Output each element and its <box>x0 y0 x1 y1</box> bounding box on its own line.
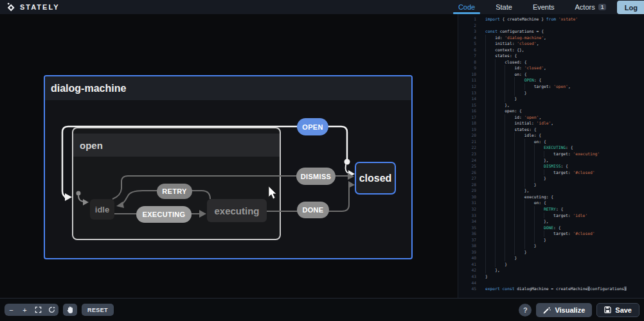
code-line[interactable]: 32RETRY: { <box>458 206 644 213</box>
code-line[interactable]: 41} <box>458 261 644 268</box>
code-line[interactable]: 21on: { <box>458 139 644 145</box>
zoom-in-button[interactable]: + <box>18 304 31 316</box>
code-line[interactable]: 8closed: { <box>458 59 644 65</box>
code-line[interactable]: 38} <box>458 243 644 249</box>
code-line[interactable]: 25DISMISS: { <box>458 163 644 169</box>
code-line[interactable]: 16open: { <box>458 108 644 114</box>
code-line[interactable]: 34}, <box>458 218 644 225</box>
canvas-controls: − + RESET <box>4 304 114 316</box>
help-button[interactable]: ? <box>519 304 532 317</box>
state-node-closed[interactable]: closed <box>355 162 396 195</box>
code-line[interactable]: 12target: 'open', <box>458 83 644 90</box>
code-line[interactable]: 20idle: { <box>458 132 644 139</box>
code-editor-panel[interactable]: 1import { createMachine } from 'xstate'2… <box>458 14 644 321</box>
code-line[interactable]: 45export const dialogMachine = createMac… <box>458 286 644 292</box>
code-line[interactable]: 10on: { <box>458 71 644 78</box>
save-button[interactable]: Save <box>596 303 640 317</box>
tab-events-label: Events <box>533 3 555 11</box>
code-line[interactable]: 22EXECUTING: { <box>458 144 644 151</box>
line-number: 44 <box>458 280 476 286</box>
line-number: 11 <box>458 77 476 83</box>
line-number: 42 <box>458 267 476 273</box>
brand-name: STATELY <box>20 3 59 11</box>
code-line[interactable]: 30executing: { <box>458 194 644 200</box>
code-text: states: { <box>485 53 517 59</box>
reset-button[interactable]: RESET <box>82 304 114 316</box>
code-line[interactable]: 19states: { <box>458 126 644 133</box>
code-text: context: {}, <box>485 47 524 53</box>
reset-zoom-icon <box>48 306 55 313</box>
code-line[interactable]: 39} <box>458 249 644 256</box>
diagram-canvas[interactable]: dialog-machine open idle executing close… <box>0 14 458 321</box>
bottom-toolbar: − + RESET <box>0 298 644 321</box>
login-button[interactable]: Log <box>617 1 644 14</box>
code-line[interactable]: 27} <box>458 175 644 182</box>
event-pill-dismiss[interactable]: DISMISS <box>296 168 335 185</box>
line-number: 22 <box>458 144 476 151</box>
visualize-button[interactable]: Visualize <box>536 303 592 317</box>
code-line[interactable]: 37} <box>458 237 644 243</box>
fit-to-view-button[interactable] <box>31 304 45 316</box>
state-node-executing[interactable]: executing <box>207 199 267 222</box>
code-text: import { createMachine } from 'xstate' <box>485 16 578 22</box>
event-pill-open[interactable]: OPEN <box>297 118 328 135</box>
stately-logo-icon <box>6 3 15 12</box>
line-number: 8 <box>458 59 476 65</box>
line-number: 36 <box>458 230 476 237</box>
code-line[interactable]: 2 <box>458 22 644 29</box>
code-line[interactable]: 3const configurations = { <box>458 28 644 35</box>
code-line[interactable]: 1import { createMachine } from 'xstate' <box>458 16 644 22</box>
tab-events[interactable]: Events <box>532 0 556 14</box>
code-line[interactable]: 14} <box>458 96 644 102</box>
code-line[interactable]: 4id: 'dialog-machine', <box>458 35 644 41</box>
code-line[interactable]: 17id: 'open', <box>458 114 644 121</box>
stately-logo[interactable]: STATELY <box>6 3 59 12</box>
machine-title: dialog-machine <box>51 83 126 94</box>
event-pill-retry[interactable]: RETRY <box>157 184 192 199</box>
line-number: 38 <box>458 243 476 249</box>
code-text: }, <box>485 102 510 108</box>
zoom-out-button[interactable]: − <box>4 304 18 316</box>
code-line[interactable]: 36target: '#closed' <box>458 230 644 237</box>
machine-node-header[interactable]: dialog-machine <box>45 76 411 100</box>
code-line[interactable]: 40} <box>458 255 644 261</box>
code-text: DONE: { <box>485 225 560 231</box>
code-line[interactable]: 13} <box>458 90 644 96</box>
code-line[interactable]: 6context: {}, <box>458 47 644 53</box>
code-line[interactable]: 15}, <box>458 102 644 108</box>
code-line[interactable]: 31on: { <box>458 200 644 206</box>
tab-actors[interactable]: Actors 1 <box>574 0 608 14</box>
code-text: on: { <box>485 139 546 145</box>
code-line[interactable]: 24}, <box>458 157 644 164</box>
code-line[interactable]: 7states: { <box>458 53 644 59</box>
code-line[interactable]: 9id: 'closed', <box>458 65 644 71</box>
code-line[interactable]: 28} <box>458 182 644 188</box>
reset-zoom-button[interactable] <box>45 304 58 316</box>
tab-code[interactable]: Code <box>457 0 476 14</box>
line-number: 27 <box>458 175 476 182</box>
code-text: }, <box>485 187 529 194</box>
state-node-idle[interactable]: idle <box>90 199 114 220</box>
code-text: }, <box>485 267 500 273</box>
code-line[interactable]: 11OPEN: { <box>458 77 644 83</box>
tab-active-underline <box>453 12 480 14</box>
event-pill-executing[interactable]: EXECUTING <box>136 206 192 223</box>
code-line[interactable]: 43} <box>458 273 644 280</box>
code-line[interactable]: 18initial: 'idle', <box>458 120 644 126</box>
code-line[interactable]: 26target: '#closed' <box>458 169 644 176</box>
code-line[interactable]: 33target: 'idle' <box>458 213 644 219</box>
code-line[interactable]: 35DONE: { <box>458 225 644 231</box>
code-line[interactable]: 23target: 'executing' <box>458 151 644 157</box>
tab-actors-label: Actors <box>575 3 595 11</box>
pan-tool-button[interactable] <box>63 304 77 316</box>
state-open-header[interactable]: open <box>73 134 280 157</box>
event-pill-done[interactable]: DONE <box>297 202 329 218</box>
line-number: 12 <box>458 83 476 90</box>
code-line[interactable]: 5initial: 'closed', <box>458 40 644 47</box>
code-line[interactable]: 44 <box>458 280 644 286</box>
code-text: } <box>485 255 517 261</box>
line-number: 32 <box>458 206 476 213</box>
code-line[interactable]: 42}, <box>458 267 644 273</box>
tab-state[interactable]: State <box>494 0 514 14</box>
code-line[interactable]: 29}, <box>458 187 644 194</box>
